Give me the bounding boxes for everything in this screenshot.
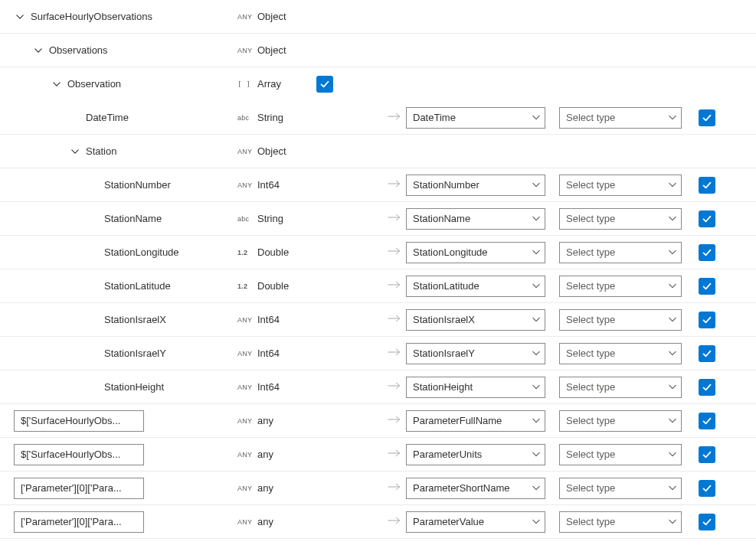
field-name-label: DateTime (86, 112, 129, 123)
path-expression-input[interactable]: $['SurfaceHourlyObs... (14, 410, 144, 432)
schema-tree-row: StationANYObject (0, 135, 756, 168)
include-check-button[interactable] (699, 446, 715, 463)
chevron-down-icon (532, 179, 540, 191)
map-type-select[interactable]: Select type (559, 208, 682, 230)
map-type-cell: Select type (559, 107, 682, 129)
map-type-placeholder: Select type (566, 112, 615, 123)
chevron-down-icon[interactable] (32, 44, 44, 57)
map-type-select[interactable]: Select type (559, 377, 682, 398)
chevron-down-icon (532, 381, 540, 393)
include-check-button[interactable] (316, 76, 333, 93)
arrow-right-icon (388, 112, 401, 123)
map-column-select[interactable]: StationHeight (406, 377, 545, 398)
map-type-select[interactable]: Select type (559, 107, 682, 129)
type-name-label: Double (257, 246, 289, 258)
chevron-down-icon (669, 381, 676, 393)
map-type-placeholder: Select type (566, 348, 615, 359)
path-expression-input[interactable]: ['Parameter'][0]['Para... (14, 478, 144, 499)
arrow-cell (383, 112, 406, 123)
type-name-label: Object (257, 145, 286, 157)
arrow-cell (383, 381, 406, 393)
path-expression-input[interactable]: ['Parameter'][0]['Para... (14, 511, 144, 533)
chevron-down-icon (669, 482, 676, 494)
type-name-label: Double (257, 280, 289, 292)
map-type-select[interactable]: Select type (559, 478, 682, 499)
type-name-label: any (257, 415, 273, 426)
chevron-down-icon (532, 314, 540, 325)
type-cell: ANYInt64 (237, 179, 383, 191)
include-check-button[interactable] (699, 480, 715, 497)
map-column-select[interactable]: ParameterShortName (406, 478, 545, 499)
include-check-button[interactable] (699, 177, 715, 194)
type-badge: ANY (237, 485, 253, 492)
name-cell: ['Parameter'][0]['Para... (0, 478, 237, 499)
include-check-button[interactable] (699, 109, 715, 126)
chevron-down-icon[interactable] (14, 11, 26, 23)
arrow-cell (383, 516, 406, 527)
schema-tree-row: StationNameabcStringStationNameSelect ty… (0, 202, 756, 236)
type-badge: ANY (237, 13, 253, 21)
field-name-label: StationName (104, 213, 162, 224)
map-column-select[interactable]: StationIsraelX (406, 309, 545, 331)
map-type-select[interactable]: Select type (559, 242, 682, 263)
include-check-button[interactable] (699, 413, 715, 429)
map-type-select[interactable]: Select type (559, 444, 682, 465)
path-expression-input[interactable]: $['SurfaceHourlyObs... (14, 444, 144, 465)
map-type-select[interactable]: Select type (559, 309, 682, 331)
map-column-select[interactable]: StationIsraelY (406, 343, 545, 364)
schema-path-row: ['Parameter'][0]['Para...ANYanyParameter… (0, 472, 756, 505)
map-column-select[interactable]: ParameterUnits (406, 444, 545, 465)
type-badge: ANY (237, 148, 253, 155)
map-column-select[interactable]: StationLatitude (406, 276, 545, 297)
map-column-value: ParameterUnits (413, 449, 482, 460)
map-column-select[interactable]: StationNumber (406, 175, 545, 196)
chevron-down-icon (532, 280, 540, 292)
type-cell: ANYany (237, 482, 383, 494)
map-type-select[interactable]: Select type (559, 410, 682, 432)
map-column-select[interactable]: ParameterValue (406, 511, 545, 533)
path-expression-text: $['SurfaceHourlyObs... (21, 449, 120, 460)
map-type-placeholder: Select type (566, 246, 615, 258)
include-check-button[interactable] (699, 244, 715, 261)
map-column-value: StationIsraelY (413, 348, 475, 359)
field-name-label: StationIsraelX (104, 314, 166, 325)
field-name-label: StationLatitude (104, 280, 171, 292)
chevron-down-icon[interactable] (51, 78, 63, 90)
map-type-cell: Select type (559, 343, 682, 364)
chevron-down-icon (669, 246, 676, 258)
name-cell: StationNumber (0, 179, 237, 191)
map-column-select[interactable]: ParameterFullName (406, 410, 545, 432)
map-type-cell: Select type (559, 276, 682, 297)
map-column-select[interactable]: StationName (406, 208, 545, 230)
map-type-cell: Select type (559, 511, 682, 533)
map-type-cell: Select type (559, 410, 682, 432)
type-name-label: Object (257, 11, 286, 22)
arrow-cell (383, 280, 406, 292)
chevron-down-icon (669, 213, 676, 224)
map-column-select[interactable]: StationLongitude (406, 242, 545, 263)
schema-mapping-table: SurfaceHourlyObservationsANYObjectObserv… (0, 0, 756, 539)
map-type-select[interactable]: Select type (559, 343, 682, 364)
type-cell: abcString (237, 213, 383, 224)
map-type-select[interactable]: Select type (559, 175, 682, 196)
include-check-button[interactable] (699, 345, 715, 362)
type-name-label: Array (257, 78, 281, 90)
map-type-select[interactable]: Select type (559, 276, 682, 297)
map-type-cell: Select type (559, 309, 682, 331)
map-column-cell: StationHeight (406, 377, 545, 398)
include-check-button[interactable] (699, 210, 715, 227)
include-check-button[interactable] (699, 514, 715, 530)
map-column-select[interactable]: DateTime (406, 107, 545, 129)
map-type-cell: Select type (559, 208, 682, 230)
include-check-button[interactable] (699, 278, 715, 295)
map-type-placeholder: Select type (566, 381, 615, 393)
include-check-button[interactable] (699, 312, 715, 328)
map-column-value: StationNumber (413, 179, 479, 191)
include-check-button[interactable] (699, 379, 715, 396)
map-type-select[interactable]: Select type (559, 511, 682, 533)
name-cell: StationIsraelY (0, 348, 237, 359)
name-cell: StationLatitude (0, 280, 237, 292)
chevron-down-icon[interactable] (69, 145, 81, 158)
arrow-right-icon (388, 348, 401, 359)
chevron-down-icon (669, 415, 676, 426)
